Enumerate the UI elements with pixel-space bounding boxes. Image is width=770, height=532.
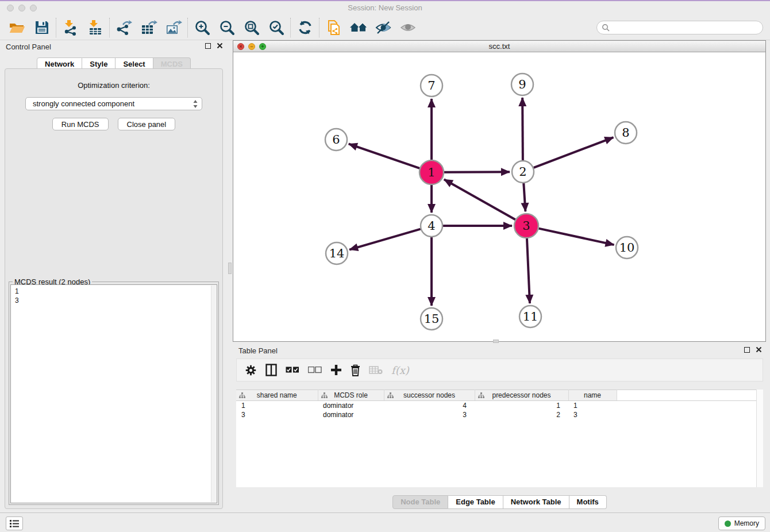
vertical-splitter-handle[interactable] [228, 263, 232, 274]
graph-node-10[interactable]: 10 [616, 237, 638, 259]
export-table-button[interactable] [136, 17, 161, 38]
graph-node-3[interactable]: 3 [514, 214, 538, 238]
memory-button[interactable]: Memory [718, 516, 765, 530]
result-scrollbar[interactable] [211, 286, 216, 502]
table-cell-filler [617, 401, 756, 410]
graph-edge-3-10[interactable] [538, 229, 614, 245]
column-header-mcds-role[interactable]: MCDS role [318, 390, 384, 401]
search-field[interactable] [596, 21, 763, 34]
table-cell[interactable]: 2 [475, 410, 568, 419]
table-cell[interactable]: 1 [568, 401, 617, 410]
close-panel-button[interactable]: Close panel [118, 118, 176, 130]
zoom-selected-icon [268, 20, 284, 36]
graph-node-label: 2 [519, 165, 526, 179]
tab-motifs[interactable]: Motifs [569, 495, 607, 509]
network-window-titlebar[interactable]: × − + scc.txt [233, 41, 765, 52]
plus-icon [330, 364, 342, 376]
copy-network-button[interactable] [321, 17, 346, 38]
search-input[interactable] [613, 24, 758, 32]
table-panel: Table Panel [233, 344, 767, 511]
graph-node-1[interactable]: 1 [419, 160, 444, 184]
graph-edge-1-2[interactable] [444, 172, 510, 172]
graph-node-label: 1 [428, 165, 435, 179]
delete-column-button[interactable] [351, 361, 360, 379]
export-image-button[interactable] [161, 17, 186, 38]
toolbar-separator [187, 18, 188, 37]
column-header-successor-nodes[interactable]: successor nodes [384, 390, 475, 401]
export-network-button[interactable] [111, 17, 136, 38]
tab-edge-table[interactable]: Edge Table [448, 495, 503, 509]
select-all-columns-button[interactable] [286, 361, 299, 379]
table-cell[interactable]: 3 [236, 410, 318, 419]
graph-edge-3-11[interactable] [527, 238, 530, 303]
list-icon [10, 520, 19, 527]
float-panel-icon[interactable] [205, 43, 211, 49]
mcds-result-item: 3 [15, 296, 217, 305]
zoom-in-button[interactable] [190, 17, 214, 38]
zoom-selected-button[interactable] [264, 17, 288, 38]
network-canvas[interactable]: 7968124314101511 [233, 52, 765, 341]
open-session-button[interactable] [5, 17, 29, 38]
table-cell[interactable]: 3 [384, 410, 475, 419]
graph-node-8[interactable]: 8 [615, 122, 637, 144]
eye-icon [399, 20, 417, 35]
graph-edge-2-8[interactable] [534, 137, 614, 168]
zoom-out-button[interactable] [214, 17, 239, 38]
horizontal-splitter-handle[interactable] [493, 340, 499, 343]
refresh-button[interactable] [292, 17, 317, 38]
apply-function-button[interactable]: f(x) [391, 361, 409, 379]
table-cell[interactable]: dominator [318, 401, 384, 410]
network-graph[interactable]: 7968124314101511 [233, 52, 765, 341]
tab-network-table[interactable]: Network Table [503, 495, 569, 509]
graph-node-14[interactable]: 14 [326, 242, 348, 264]
mcds-result-list[interactable]: 1 3 [10, 284, 217, 503]
show-columns-button[interactable] [265, 361, 277, 379]
graph-edge-1-6[interactable] [349, 144, 419, 168]
graph-edge-2-9[interactable] [522, 98, 523, 160]
graph-node-7[interactable]: 7 [421, 75, 442, 97]
float-table-panel-icon[interactable] [744, 347, 750, 353]
graph-node-15[interactable]: 15 [421, 308, 442, 330]
close-panel-icon[interactable] [217, 43, 223, 49]
column-header-shared-name[interactable]: shared name [236, 390, 318, 401]
delete-table-button[interactable] [369, 361, 383, 379]
graph-edge-2-3[interactable] [523, 183, 525, 211]
save-session-button[interactable] [29, 17, 54, 38]
table-row[interactable]: 3dominator323 [236, 410, 756, 419]
hide-selected-button[interactable] [371, 17, 395, 38]
table-settings-button[interactable] [245, 361, 257, 379]
table-row[interactable]: 1dominator411 [236, 401, 756, 410]
graph-node-11[interactable]: 11 [519, 306, 541, 327]
graph-node-label: 7 [428, 79, 435, 92]
graph-node-9[interactable]: 9 [511, 74, 533, 95]
table-panel-header: Table Panel [233, 344, 767, 358]
table-cell[interactable]: dominator [318, 410, 384, 419]
table-scrollbar[interactable] [756, 390, 763, 487]
column-header-name[interactable]: name [568, 390, 617, 401]
deselect-all-columns-button[interactable] [308, 361, 322, 379]
show-hidden-button[interactable] [395, 17, 420, 38]
table-cell[interactable]: 1 [236, 401, 318, 410]
column-header-predecessor-nodes[interactable]: predecessor nodes [475, 390, 568, 401]
graph-edge-4-14[interactable] [349, 229, 421, 250]
criterion-dropdown[interactable]: strongly connected component [25, 97, 202, 110]
table-cell[interactable]: 4 [384, 401, 475, 410]
table-cell[interactable]: 3 [568, 410, 617, 419]
toolbar-separator [290, 18, 291, 37]
close-table-panel-icon[interactable] [756, 346, 762, 353]
table-cell[interactable]: 1 [475, 401, 568, 410]
task-history-button[interactable] [6, 516, 23, 530]
create-column-button[interactable] [330, 361, 342, 379]
tab-node-table[interactable]: Node Table [392, 495, 448, 509]
memory-status-dot [725, 521, 731, 527]
show-all-button[interactable] [346, 17, 371, 38]
import-table-button[interactable] [83, 17, 107, 38]
import-network-button[interactable] [58, 17, 83, 38]
zoom-fit-button[interactable] [239, 17, 264, 38]
run-mcds-button[interactable]: Run MCDS [52, 118, 109, 130]
graph-node-4[interactable]: 4 [421, 215, 442, 237]
graph-node-2[interactable]: 2 [512, 161, 534, 183]
graph-edge-3-1[interactable] [444, 179, 515, 219]
homes-icon [349, 20, 368, 35]
graph-node-6[interactable]: 6 [325, 129, 347, 151]
